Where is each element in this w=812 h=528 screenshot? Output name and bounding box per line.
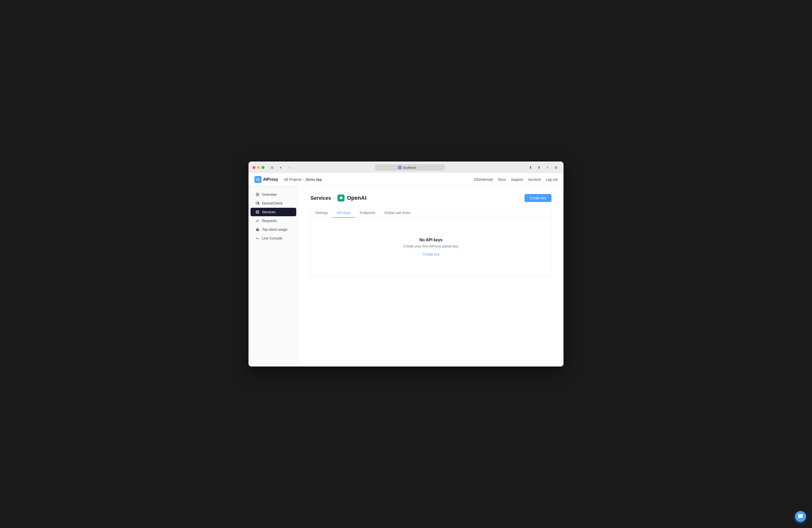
requests-icon (256, 219, 260, 223)
sidebar-item-requests[interactable]: Requests (250, 217, 296, 225)
download-button[interactable]: ⬇ (527, 164, 534, 171)
create-key-link[interactable]: Create key (422, 252, 439, 256)
create-key-button-header[interactable]: Create key (524, 194, 551, 202)
tab-endpoints[interactable]: Endpoints (355, 208, 380, 218)
nav-right: DS(Internal) Docs Support Account Log ou… (474, 177, 557, 181)
logo-text: AIProxy (263, 177, 278, 182)
overview-icon (256, 192, 260, 196)
page-title-separator: › (334, 196, 335, 200)
back-button[interactable]: ‹ (286, 165, 292, 170)
page-header: Services › OpenAI Create key (310, 194, 551, 202)
logo-icon (255, 176, 261, 183)
devicecheck-icon (256, 201, 260, 205)
favicon-icon: 🤖 (398, 166, 402, 169)
sidebar-item-live-console[interactable]: Live Console (250, 234, 296, 243)
main-layout: Overview DeviceCheck (248, 186, 564, 367)
current-project: Demo App (306, 177, 322, 181)
svg-rect-10 (258, 230, 259, 231)
page-title-group: Services › OpenAI (310, 194, 366, 202)
svg-point-2 (257, 194, 258, 195)
svg-rect-9 (257, 228, 258, 231)
share-button[interactable]: ⬆ (536, 164, 542, 171)
all-projects-link[interactable]: All Projects (284, 177, 302, 181)
minimize-button[interactable] (257, 166, 260, 169)
sidebar-item-label: Overview (262, 192, 276, 196)
browser-actions: ⬇ ⬆ + ⧉ (527, 164, 560, 171)
url-text: localhost (403, 166, 416, 170)
tabs: Settings API keys Endpoints Global rate … (311, 208, 551, 218)
account-link[interactable]: Account (528, 177, 541, 181)
empty-state-description: Create your first AIProxy partial key. (403, 244, 459, 248)
sidebar-toggle-button[interactable]: ⊞ (269, 165, 276, 170)
page-title-openai: OpenAI (347, 195, 366, 201)
empty-state: No API keys Create your first AIProxy pa… (311, 218, 551, 276)
sidebar: Overview DeviceCheck (248, 186, 299, 367)
sidebar-item-label: Top client usage (262, 228, 287, 232)
top-nav: AIProxy All Projects › Demo App DS(Inter… (248, 173, 564, 186)
svg-point-1 (256, 193, 259, 196)
empty-state-title: No API keys (420, 238, 443, 242)
sidebar-item-overview[interactable]: Overview (250, 190, 296, 199)
live-console-icon (256, 236, 260, 240)
tab-global-rate-limits[interactable]: Global rate limits (380, 208, 415, 218)
sidebar-item-services[interactable]: Services (250, 208, 296, 216)
sidebar-item-label: DeviceCheck (262, 201, 282, 205)
sidebar-item-top-client-usage[interactable]: Top client usage (250, 225, 296, 234)
app-container: AIProxy All Projects › Demo App DS(Inter… (248, 173, 564, 367)
sidebar-dropdown-button[interactable]: ▾ (277, 165, 284, 170)
tab-api-keys[interactable]: API keys (333, 208, 355, 218)
sidebar-item-label: Requests (262, 219, 277, 223)
services-icon (256, 210, 260, 214)
close-button[interactable] (252, 166, 256, 169)
ds-internal-link[interactable]: DS(Internal) (474, 177, 493, 181)
tab-settings[interactable]: Settings (311, 208, 333, 218)
svg-rect-8 (256, 229, 257, 231)
traffic-lights (252, 166, 264, 169)
support-link[interactable]: Support (511, 177, 523, 181)
maximize-button[interactable] (261, 166, 264, 169)
breadcrumb: All Projects › Demo App (284, 177, 322, 181)
browser-chrome: ⊞ ▾ ‹ 🤖 localhost ··· ⬇ ⬆ + ⧉ (248, 161, 564, 173)
top-client-usage-icon (256, 228, 260, 232)
new-tab-button[interactable]: + (544, 164, 551, 171)
breadcrumb-separator: › (303, 178, 304, 181)
sidebar-item-label: Services (262, 210, 276, 214)
browser-controls: ⊞ ▾ ‹ (269, 165, 292, 170)
three-dot-icon: ··· (417, 165, 421, 170)
chat-button[interactable] (795, 511, 806, 522)
content-card: Settings API keys Endpoints Global rate … (310, 208, 551, 277)
address-bar-row: 🤖 localhost ··· (294, 164, 525, 171)
docs-link[interactable]: Docs (498, 177, 506, 181)
logout-link[interactable]: Log out (546, 177, 557, 181)
tabs-button[interactable]: ⧉ (552, 164, 560, 171)
content-area: Services › OpenAI Create key (299, 186, 564, 367)
sidebar-item-devicecheck[interactable]: DeviceCheck (250, 199, 296, 207)
address-bar[interactable]: 🤖 localhost ··· (375, 164, 445, 171)
openai-icon (337, 194, 345, 202)
sidebar-item-label: Live Console (262, 236, 282, 240)
page-title-services: Services (310, 195, 331, 201)
logo: AIProxy (255, 176, 278, 183)
